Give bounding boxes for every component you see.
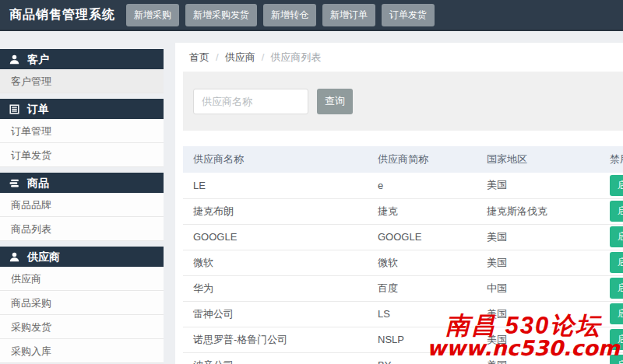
user-icon	[9, 54, 23, 65]
sidebar-section-header: 供应商	[0, 247, 164, 267]
action-cell: 启用	[600, 327, 623, 352]
sidebar-section: 商品商品品牌商品列表	[0, 173, 164, 241]
country-cell: 捷克斯洛伐克	[477, 198, 600, 224]
navbar-button[interactable]: 订单发货	[382, 4, 435, 26]
sidebar-section-header: 客户	[0, 49, 164, 69]
breadcrumb-item[interactable]: 供应商	[225, 51, 255, 65]
action-cell: 启用	[600, 173, 623, 198]
enable-button[interactable]: 启用	[610, 355, 623, 364]
navbar-button[interactable]: 新增采购	[126, 4, 179, 26]
order-icon	[9, 103, 23, 114]
sidebar: 客户客户管理订单订单管理订单发货商品商品品牌商品列表供应商供应商商品采购采购发货…	[0, 49, 164, 364]
enable-button[interactable]: 启用	[610, 175, 623, 196]
supplier-name-cell: 诺思罗普-格鲁门公司	[183, 327, 368, 352]
supplier-name-cell: 雷神公司	[183, 301, 368, 327]
supplier-name-cell: LE	[183, 173, 368, 198]
supplier-name-cell: 华为	[183, 275, 368, 301]
enable-button[interactable]: 启用	[610, 278, 623, 299]
main-content: 首页/供应商/供应商列表 查询 供应商名称供应商简称国家地区禁用 LEe美国启用…	[175, 43, 623, 364]
sidebar-section: 供应商供应商商品采购采购发货采购入库	[0, 247, 164, 363]
breadcrumb-separator: /	[262, 51, 265, 63]
supplier-table: 供应商名称供应商简称国家地区禁用 LEe美国启用捷克布朗捷克捷克斯洛伐克启用GO…	[183, 146, 623, 364]
column-header: 禁用	[600, 146, 623, 173]
table-header-row: 供应商名称供应商简称国家地区禁用	[183, 146, 623, 173]
country-cell: 美国	[477, 224, 600, 250]
sidebar-item[interactable]: 商品品牌	[0, 193, 164, 217]
supplier-name-input[interactable]	[193, 89, 308, 114]
query-button[interactable]: 查询	[317, 89, 353, 114]
table-row: GOOGLEGOOGLE美国启用	[183, 224, 623, 250]
sidebar-section-title: 客户	[27, 49, 49, 69]
sidebar-item[interactable]: 订单发货	[0, 143, 164, 167]
navbar-button[interactable]: 新增订单	[322, 4, 375, 26]
sidebar-section-header: 订单	[0, 99, 164, 119]
navbar-button-group: 新增采购新增采购发货新增转仓新增订单订单发货	[126, 4, 441, 26]
enable-button[interactable]: 启用	[610, 201, 623, 222]
enable-button[interactable]: 启用	[610, 329, 623, 350]
supplier-short-name-cell: e	[368, 173, 477, 198]
action-cell: 启用	[600, 250, 623, 275]
supplier-name-cell: 捷克布朗	[183, 198, 368, 224]
breadcrumb-item: 供应商列表	[270, 51, 321, 65]
sidebar-section: 客户客户管理	[0, 49, 164, 93]
supplier-short-name-cell: 微软	[368, 250, 477, 275]
sidebar-section: 订单订单管理订单发货	[0, 99, 164, 167]
supplier-name-cell: 波音公司	[183, 352, 368, 364]
breadcrumb-item[interactable]: 首页	[189, 51, 209, 65]
sidebar-item[interactable]: 商品列表	[0, 217, 164, 241]
top-navbar: 商品销售管理系统 新增采购新增采购发货新增转仓新增订单订单发货	[0, 0, 623, 31]
supplier-short-name-cell: 百度	[368, 275, 477, 301]
enable-button[interactable]: 启用	[610, 252, 623, 273]
action-cell: 启用	[600, 301, 623, 327]
navbar-button[interactable]: 新增采购发货	[185, 4, 257, 26]
column-header: 国家地区	[477, 146, 600, 173]
supplier-short-name-cell: LS	[368, 301, 477, 327]
column-header: 供应商名称	[183, 146, 368, 173]
column-header: 供应商简称	[368, 146, 477, 173]
search-panel: 查询	[183, 72, 623, 131]
sidebar-section-title: 订单	[27, 99, 49, 119]
supplier-short-name-cell: 捷克	[368, 198, 477, 224]
sidebar-item[interactable]: 采购发货	[0, 315, 164, 339]
app-title: 商品销售管理系统	[9, 7, 115, 23]
breadcrumb-separator: /	[216, 51, 219, 63]
sidebar-section-title: 供应商	[27, 247, 60, 267]
sidebar-item[interactable]: 商品采购	[0, 291, 164, 315]
country-cell: 美国	[477, 327, 600, 352]
sidebar-section-header: 商品	[0, 173, 164, 193]
supplier-name-cell: 微软	[183, 250, 368, 275]
user-icon	[9, 251, 23, 262]
sidebar-section-title: 商品	[27, 173, 49, 193]
supplier-name-cell: GOOGLE	[183, 224, 368, 250]
country-cell: 美国	[477, 352, 600, 364]
sidebar-item[interactable]: 采购入库	[0, 339, 164, 363]
breadcrumb: 首页/供应商/供应商列表	[175, 43, 623, 72]
supplier-table-wrap: 供应商名称供应商简称国家地区禁用 LEe美国启用捷克布朗捷克捷克斯洛伐克启用GO…	[183, 146, 623, 364]
sidebar-item[interactable]: 订单管理	[0, 119, 164, 143]
table-row: 波音公司BY美国启用	[183, 352, 623, 364]
enable-button[interactable]: 启用	[610, 226, 623, 247]
country-cell: 美国	[477, 301, 600, 327]
country-cell: 中国	[477, 275, 600, 301]
supplier-short-name-cell: BY	[368, 352, 477, 364]
action-cell: 启用	[600, 352, 623, 364]
table-row: 诺思罗普-格鲁门公司NSLP美国启用	[183, 327, 623, 352]
action-cell: 启用	[600, 224, 623, 250]
supplier-short-name-cell: GOOGLE	[368, 224, 477, 250]
country-cell: 美国	[477, 173, 600, 198]
sidebar-item[interactable]: 客户管理	[0, 69, 164, 93]
navbar-button[interactable]: 新增转仓	[263, 4, 316, 26]
action-cell: 启用	[600, 275, 623, 301]
sidebar-item[interactable]: 供应商	[0, 267, 164, 291]
country-cell: 美国	[477, 250, 600, 275]
table-row: 雷神公司LS美国启用	[183, 301, 623, 327]
action-cell: 启用	[600, 198, 623, 224]
goods-icon	[9, 177, 23, 188]
table-row: 华为百度中国启用	[183, 275, 623, 301]
table-row: LEe美国启用	[183, 173, 623, 198]
table-row: 微软微软美国启用	[183, 250, 623, 275]
table-row: 捷克布朗捷克捷克斯洛伐克启用	[183, 198, 623, 224]
supplier-short-name-cell: NSLP	[368, 327, 477, 352]
enable-button[interactable]: 启用	[610, 303, 623, 324]
